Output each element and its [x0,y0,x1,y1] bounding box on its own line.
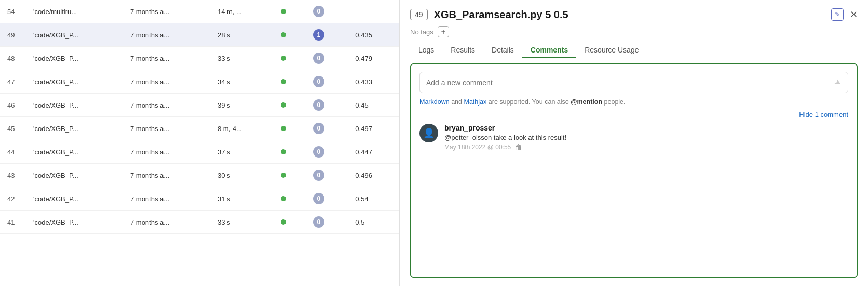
duration-cell: 30 s [210,164,274,187]
status-cell [274,164,306,187]
run-id-cell: 45 [0,117,26,140]
duration-cell: 33 s [210,47,274,70]
mathjax-link[interactable]: Mathjax [464,98,487,106]
table-row[interactable]: 44 'code/XGB_P... 7 months a... 37 s 0 0… [0,140,399,164]
run-id-badge: 49 [410,9,428,20]
table-row[interactable]: 43 'code/XGB_P... 7 months a... 30 s 0 0… [0,164,399,187]
table-row[interactable]: 46 'code/XGB_P... 7 months a... 39 s 0 0… [0,94,399,117]
badge-cell: 0 [306,117,348,140]
value-cell: – [348,0,399,23]
status-dot [281,9,286,14]
status-dot [281,102,286,108]
value-cell: 0.497 [348,117,399,140]
duration-cell: 34 s [210,70,274,94]
tab-logs[interactable]: Logs [410,43,442,58]
table-row[interactable]: 48 'code/XGB_P... 7 months a... 33 s 0 0… [0,47,399,70]
value-cell: 0.5 [348,211,399,234]
status-dot [281,196,286,201]
comment-badge: 1 [313,29,324,41]
metric-value: 0.54 [355,195,368,203]
no-value: – [355,8,359,16]
value-cell: 0.447 [348,140,399,164]
value-cell: 0.435 [348,23,399,47]
badge-cell: 0 [306,211,348,234]
run-id-cell: 44 [0,140,26,164]
hide-comments-link[interactable]: Hide 1 comment [419,111,848,119]
metric-value: 0.479 [355,55,372,62]
badge-cell: 0 [306,0,348,23]
time-cell: 7 months a... [123,70,210,94]
markdown-link[interactable]: Markdown [419,98,450,106]
code-cell: 'code/XGB_P... [26,70,123,94]
comment-input[interactable] [426,79,831,87]
table-row[interactable]: 42 'code/XGB_P... 7 months a... 31 s 0 0… [0,187,399,211]
metric-value: 0.433 [355,78,372,86]
comments-section: ➤ Markdown and Mathjax are supported. Yo… [410,63,858,278]
time-cell: 7 months a... [123,140,210,164]
status-dot [281,56,286,61]
send-icon[interactable]: ➤ [833,76,844,88]
badge-cell: 0 [306,140,348,164]
status-cell [274,140,306,164]
metric-value: 0.5 [355,218,364,226]
table-row[interactable]: 49 'code/XGB_P... 7 months a... 28 s 1 0… [0,23,399,47]
comment-badge: 0 [313,6,324,17]
table-row[interactable]: 47 'code/XGB_P... 7 months a... 34 s 0 0… [0,70,399,94]
comment-badge: 0 [313,99,324,111]
status-dot [281,219,286,225]
tags-row: No tags + [410,26,858,37]
hint-end: people. [604,98,626,106]
time-cell: 7 months a... [123,187,210,211]
tab-comments[interactable]: Comments [522,43,576,58]
run-id-cell: 49 [0,23,26,47]
value-cell: 0.496 [348,164,399,187]
comment-badge: 0 [313,216,324,228]
status-cell [274,117,306,140]
code-cell: 'code/XGB_P... [26,211,123,234]
avatar: 👤 [419,124,438,142]
tabs-row: LogsResultsDetailsCommentsResource Usage [410,43,858,58]
delete-comment-button[interactable]: 🗑 [515,143,522,151]
badge-cell: 0 [306,70,348,94]
run-id-cell: 48 [0,47,26,70]
edit-icon-button[interactable]: ✎ [831,8,844,21]
hint-mention: @mention [571,98,602,106]
badge-cell: 0 [306,47,348,70]
status-cell [274,94,306,117]
status-dot [281,32,286,37]
badge-cell: 0 [306,187,348,211]
add-tag-button[interactable]: + [438,26,449,37]
run-id-cell: 46 [0,94,26,117]
detail-header: 49 XGB_Paramsearch.py 5 0.5 ✎ ✕ [410,8,858,21]
table-row[interactable]: 41 'code/XGB_P... 7 months a... 33 s 0 0… [0,211,399,234]
hint-suffix: are supported. You can also [489,98,571,106]
tab-resource-usage[interactable]: Resource Usage [576,43,647,58]
hint-and: and [451,98,464,106]
tab-results[interactable]: Results [442,43,483,58]
metric-value: 0.435 [355,31,372,39]
comment-badge: 0 [313,193,324,204]
status-dot [281,126,286,131]
comment-input-row[interactable]: ➤ [419,72,848,93]
badge-cell: 0 [306,164,348,187]
duration-cell: 28 s [210,23,274,47]
duration-cell: 39 s [210,94,274,117]
tab-details[interactable]: Details [483,43,522,58]
run-id-cell: 43 [0,164,26,187]
run-id-cell: 54 [0,0,26,23]
comment-badge: 0 [313,146,324,158]
avatar-icon: 👤 [423,127,435,139]
close-button[interactable]: ✕ [850,10,858,19]
duration-cell: 33 s [210,211,274,234]
status-dot [281,149,286,154]
badge-cell: 1 [306,23,348,47]
metric-value: 0.497 [355,125,372,133]
value-cell: 0.433 [348,70,399,94]
run-id-cell: 42 [0,187,26,211]
table-row[interactable]: 54 'code/multiru... 7 months a... 14 m, … [0,0,399,23]
code-cell: 'code/XGB_P... [26,23,123,47]
table-row[interactable]: 45 'code/XGB_P... 7 months a... 8 m, 4..… [0,117,399,140]
status-cell [274,23,306,47]
status-cell [274,70,306,94]
detail-panel: 49 XGB_Paramsearch.py 5 0.5 ✎ ✕ No tags … [400,0,868,286]
